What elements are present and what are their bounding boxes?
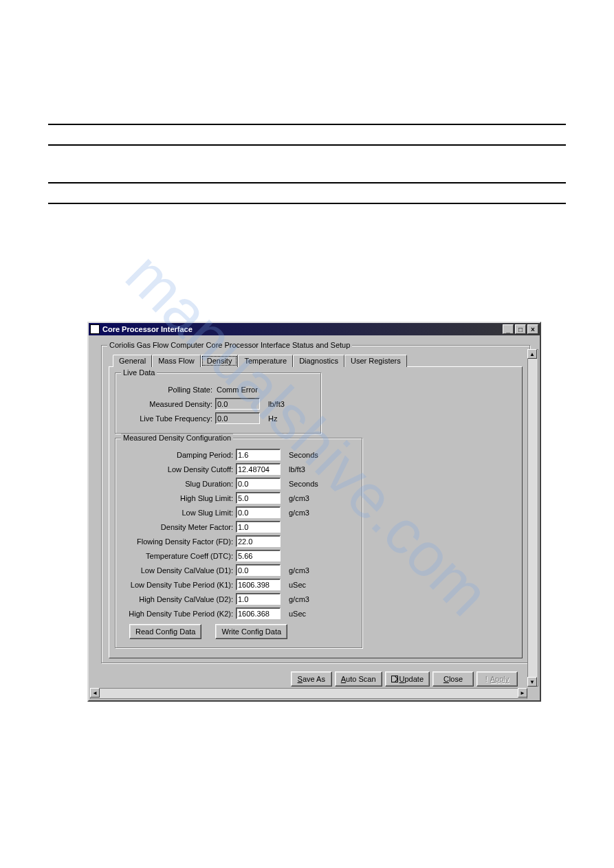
label-slug-duration: Slug Duration: [122,480,236,488]
page-rule-3 [48,182,566,183]
label-low-density-calvalue: Low Density CalValue (D1): [122,566,236,575]
row-polling-state: Polling State: Comm Error [122,383,314,396]
tab-panel-density: Live Data Polling State: Comm Error Meas… [109,366,523,658]
label-high-density-calvalue: High Density CalValue (D2): [122,595,236,603]
tab-temperature[interactable]: Temperature [238,355,293,367]
group-main: Coriolis Gas Flow Computer Core Processo… [101,345,530,663]
tabstrip: General Mass Flow Density Temperature Di… [113,355,523,367]
titlebar[interactable]: Core Processor Interface _ □ × [89,323,540,335]
scroll-right-icon[interactable]: ► [518,688,527,698]
unit-high-density-calvalue: g/cm3 [289,595,309,603]
label-polling-state: Polling State: [122,386,215,394]
unit-measured-density: lb/ft3 [268,400,285,408]
unit-high-density-tube-period: uSec [289,610,306,618]
label-live-tube-frequency: Live Tube Frequency: [122,414,215,423]
apply-label: Apply [490,675,509,683]
group-live-data: Live Data Polling State: Comm Error Meas… [115,372,321,434]
vertical-scrollbar[interactable]: ▲ ▼ [527,349,538,687]
input-slug-duration[interactable] [236,478,281,489]
input-high-density-calvalue[interactable] [236,593,281,605]
unit-high-slug-limit: g/cm3 [289,494,309,502]
group-live-data-legend: Live Data [121,368,157,377]
input-flowing-density-factor[interactable] [236,535,281,547]
label-measured-density: Measured Density: [122,400,215,408]
label-damping-period: Damping Period: [122,451,236,459]
auto-scan-button[interactable]: Auto Scan [335,671,382,687]
label-density-meter-factor: Density Meter Factor: [122,523,236,531]
tab-density[interactable]: Density [201,355,239,367]
input-low-density-cutoff[interactable] [236,463,281,475]
minimize-button[interactable]: _ [503,324,514,334]
write-config-button[interactable]: Write Config Data [215,624,287,639]
unit-low-density-calvalue: g/cm3 [289,566,309,575]
read-config-button[interactable]: Read Config Data [129,624,201,639]
row-measured-density: Measured Density: lb/ft3 [122,397,314,410]
horizontal-scrollbar[interactable]: ◄ ► [90,688,527,699]
input-low-slug-limit[interactable] [236,507,281,518]
window-system-icon [90,324,100,334]
tab-general[interactable]: General [113,355,152,367]
update-rest: pdate [404,675,424,683]
scroll-left-icon[interactable]: ◄ [90,688,100,698]
tab-user-registers[interactable]: User Registers [344,355,407,367]
scroll-down-icon[interactable]: ▼ [527,677,537,687]
group-config-legend: Measured Density Configuration [121,434,233,442]
close-button[interactable]: Close [432,671,474,687]
label-high-slug-limit: High Slug Limit: [122,494,236,502]
label-flowing-density-factor: Flowing Density Factor (FD): [122,537,236,546]
tab-diagnostics[interactable]: Diagnostics [293,355,344,367]
unit-damping-period: Seconds [289,451,318,459]
save-as-rest: ave As [303,675,325,683]
maximize-button[interactable]: □ [515,324,526,334]
input-high-density-tube-period[interactable] [236,608,281,619]
input-temperature-coeff[interactable] [236,550,281,561]
unit-low-slug-limit: g/cm3 [289,509,309,517]
scroll-up-icon[interactable]: ▲ [527,349,537,359]
unit-slug-duration: Seconds [289,480,318,488]
close-window-button[interactable]: × [527,324,538,334]
label-temperature-coeff: Temperature Coeff (DTC): [122,552,236,560]
input-low-density-calvalue[interactable] [236,564,281,576]
page-rule-4 [48,203,566,204]
client-area: Coriolis Gas Flow Computer Core Processo… [89,335,540,700]
row-live-tube-frequency: Live Tube Frequency: Hz [122,412,314,425]
window-title: Core Processor Interface [102,325,501,333]
page-rule-2 [48,144,566,146]
input-measured-density [215,398,260,410]
group-measured-density-config: Measured Density Configuration Damping P… [115,438,362,648]
window-core-processor-interface: Core Processor Interface _ □ × Coriolis … [87,322,541,702]
input-damping-period[interactable] [236,449,281,460]
label-low-slug-limit: Low Slug Limit: [122,509,236,517]
input-live-tube-frequency [215,412,260,424]
unit-live-tube-frequency: Hz [268,414,277,423]
refresh-icon [391,676,398,682]
label-low-density-cutoff: Low Density Cutoff: [122,465,236,474]
group-main-legend: Coriolis Gas Flow Computer Core Processo… [107,341,352,349]
label-high-density-tube-period: High Density Tube Period (K2): [122,610,236,618]
dialog-button-bar: Save As Auto Scan Update Close !Apply [101,667,530,691]
unit-low-density-cutoff: lb/ft3 [289,465,305,474]
save-as-button[interactable]: Save As [291,671,332,687]
apply-button[interactable]: !Apply [476,671,518,687]
label-low-density-tube-period: Low Density Tube Period (K1): [122,581,236,589]
input-density-meter-factor[interactable] [236,521,281,533]
value-polling-state: Comm Error [217,386,258,394]
tab-mass-flow[interactable]: Mass Flow [152,355,201,367]
update-button[interactable]: Update [385,671,430,687]
close-rest: lose [449,675,463,683]
input-low-density-tube-period[interactable] [236,579,281,590]
page-rule-1 [48,124,566,125]
unit-low-density-tube-period: uSec [289,581,306,589]
auto-scan-rest: uto Scan [346,675,375,683]
input-high-slug-limit[interactable] [236,492,281,504]
